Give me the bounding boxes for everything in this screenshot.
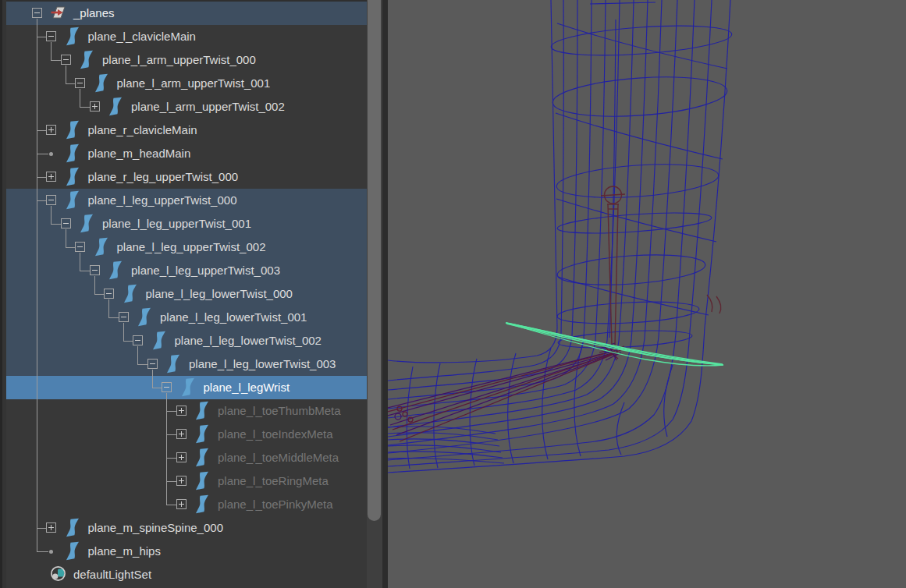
outliner-row[interactable]: plane_l_arm_upperTwist_002 <box>6 95 367 119</box>
outliner-row[interactable]: plane_l_leg_lowerTwist_002 <box>6 329 367 352</box>
lightset-icon-slot <box>49 565 68 585</box>
plane-icon <box>64 27 81 47</box>
node-label: plane_l_leg_lowerTwist_001 <box>160 306 307 329</box>
outliner-row[interactable]: plane_l_toePinkyMeta <box>6 493 367 516</box>
outliner-row[interactable]: plane_l_leg_lowerTwist_003 <box>6 352 367 376</box>
plane-icon-slot <box>151 331 169 351</box>
plane-icon-slot <box>78 50 97 70</box>
outliner-row[interactable]: plane_l_arm_upperTwist_000 <box>6 48 367 72</box>
outliner-row[interactable]: plane_l_leg_upperTwist_002 <box>6 236 367 259</box>
plane-icon-slot <box>194 471 212 491</box>
plane-icon <box>93 237 110 257</box>
plane-icon-slot <box>179 377 198 398</box>
plane-icon-slot <box>165 354 183 374</box>
expand-toggle[interactable] <box>46 522 56 533</box>
node-label: plane_l_leg_lowerTwist_000 <box>146 282 293 306</box>
outliner-row[interactable]: plane_m_spineSpine_000 <box>6 516 367 540</box>
expand-toggle[interactable] <box>176 476 187 486</box>
joint-bone-indicator[interactable] <box>601 186 721 345</box>
viewport-3d[interactable] <box>388 0 906 588</box>
group-icon <box>49 3 68 22</box>
expand-toggle[interactable] <box>90 265 100 275</box>
outliner-row[interactable]: plane_l_leg_lowerTwist_001 <box>6 306 367 329</box>
viewport-canvas[interactable] <box>388 0 906 588</box>
plane-icon <box>64 120 81 140</box>
outliner-row[interactable]: plane_r_clavicleMain <box>6 119 367 142</box>
application-window: _planesplane_l_clavicleMainplane_l_arm_u… <box>0 0 906 588</box>
plane-icon <box>107 97 124 117</box>
plane-icon <box>122 284 139 304</box>
expand-toggle[interactable] <box>176 406 187 416</box>
expand-toggle[interactable] <box>176 452 187 462</box>
plane-icon <box>78 214 95 234</box>
outliner-row[interactable]: plane_l_leg_upperTwist_001 <box>6 212 367 236</box>
outliner-row[interactable]: plane_l_leg_lowerTwist_000 <box>6 282 367 306</box>
plane-icon <box>64 518 81 538</box>
node-label: plane_l_leg_lowerTwist_003 <box>189 352 336 376</box>
expand-toggle[interactable] <box>46 125 56 135</box>
panel-divider[interactable] <box>382 0 388 588</box>
plane-icon-slot <box>194 424 212 445</box>
node-label: plane_l_arm_upperTwist_001 <box>117 72 271 95</box>
outliner-row[interactable]: plane_m_headMain <box>6 142 367 165</box>
plane-icon-slot <box>93 237 112 257</box>
light-set-icon <box>49 565 67 583</box>
node-label: plane_l_leg_upperTwist_002 <box>117 236 266 259</box>
node-label: plane_l_leg_upperTwist_000 <box>88 189 237 212</box>
node-label: defaultLightSet <box>73 563 151 586</box>
plane-icon <box>194 401 211 421</box>
outliner-row[interactable]: plane_l_toeThumbMeta <box>6 399 367 423</box>
node-label: plane_l_toeRingMeta <box>218 469 329 493</box>
expand-toggle[interactable] <box>119 312 129 322</box>
outliner-row[interactable]: plane_l_arm_upperTwist_001 <box>6 72 367 95</box>
node-label: plane_l_toeMiddleMeta <box>218 446 339 469</box>
expand-toggle[interactable] <box>90 101 100 112</box>
expand-toggle[interactable] <box>133 335 143 345</box>
plane-icon <box>64 167 81 187</box>
expand-toggle[interactable] <box>61 218 71 228</box>
outliner-row[interactable]: plane_l_toeRingMeta <box>6 469 367 493</box>
plane-icon <box>78 50 95 70</box>
node-label: plane_m_headMain <box>88 142 191 165</box>
node-label: plane_l_arm_upperTwist_000 <box>102 48 256 72</box>
plane-icon-slot <box>64 27 83 47</box>
outliner-row[interactable]: plane_m_hips <box>6 540 367 563</box>
outliner-tree: _planesplane_l_clavicleMainplane_l_arm_u… <box>0 0 367 588</box>
expand-toggle[interactable] <box>75 78 85 88</box>
outliner-row[interactable]: _planes <box>6 2 367 25</box>
expand-toggle[interactable] <box>75 242 85 252</box>
outliner-row[interactable]: plane_l_leg_upperTwist_000 <box>6 189 367 212</box>
outliner-scrollbar[interactable] <box>367 0 382 588</box>
expand-toggle[interactable] <box>176 499 187 509</box>
plane-icon-slot <box>122 284 140 304</box>
node-label: plane_m_hips <box>88 540 161 563</box>
node-label: plane_r_clavicleMain <box>88 119 197 142</box>
outliner-row[interactable]: defaultLightSet <box>6 563 367 586</box>
panel-left-edge <box>2 0 6 588</box>
outliner-panel: _planesplane_l_clavicleMainplane_l_arm_u… <box>0 0 367 588</box>
expand-toggle[interactable] <box>32 8 42 18</box>
expand-toggle[interactable] <box>176 429 187 439</box>
outliner-row[interactable]: plane_r_leg_upperTwist_000 <box>6 165 367 189</box>
expand-toggle[interactable] <box>104 289 114 299</box>
expand-toggle[interactable] <box>46 31 56 41</box>
plane-icon <box>64 143 81 164</box>
outliner-row[interactable]: plane_l_toeMiddleMeta <box>6 446 367 469</box>
outliner-row[interactable]: plane_l_toeIndexMeta <box>6 423 367 446</box>
node-label: plane_m_spineSpine_000 <box>88 516 223 540</box>
expand-toggle[interactable] <box>147 359 158 369</box>
expand-toggle[interactable] <box>162 382 172 392</box>
scrollbar-thumb[interactable] <box>368 0 381 521</box>
outliner-row[interactable]: plane_l_leg_upperTwist_003 <box>6 259 367 282</box>
node-label: plane_r_leg_upperTwist_000 <box>88 165 239 189</box>
node-label: plane_l_arm_upperTwist_002 <box>131 95 285 119</box>
expand-toggle[interactable] <box>61 55 71 65</box>
plane-icon <box>179 377 197 398</box>
outliner-row[interactable]: plane_l_legWrist <box>6 376 367 399</box>
plane-icon-slot <box>64 518 83 538</box>
plane-icon <box>93 73 110 94</box>
node-label: plane_l_leg_upperTwist_001 <box>102 212 251 236</box>
expand-toggle[interactable] <box>46 172 56 182</box>
outliner-row[interactable]: plane_l_clavicleMain <box>6 25 367 48</box>
expand-toggle[interactable] <box>46 195 56 205</box>
